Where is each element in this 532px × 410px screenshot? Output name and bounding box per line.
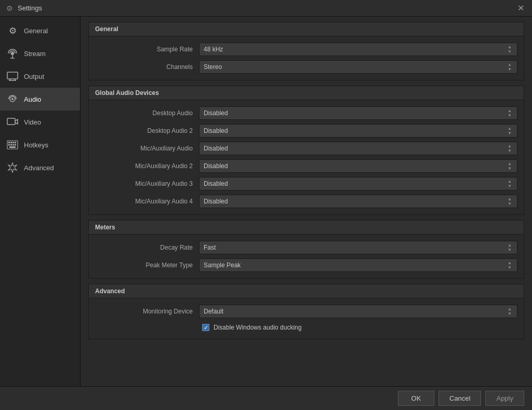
label-monitoring-device: Monitoring Device bbox=[95, 308, 199, 315]
output-icon bbox=[6, 70, 19, 83]
value-mic-aux-3: Disabled bbox=[204, 180, 508, 187]
checkbox-audio-ducking[interactable] bbox=[202, 324, 209, 331]
sidebar-label-stream: Stream bbox=[24, 50, 46, 58]
sidebar-item-advanced[interactable]: Advanced bbox=[0, 156, 80, 179]
checkbox-row-audio-ducking: Disable Windows audio ducking bbox=[89, 320, 524, 335]
content-area: General Sample Rate 48 kHz ▲ ▼ Channels bbox=[81, 17, 532, 410]
value-sample-rate: 48 kHz bbox=[204, 46, 508, 53]
form-row-mic-aux-2: Mic/Auxiliary Audio 2 Disabled ▲ ▼ bbox=[89, 157, 524, 175]
sidebar-label-advanced: Advanced bbox=[24, 164, 54, 172]
value-peak-meter-type: Sample Peak bbox=[204, 262, 508, 269]
section-meters-body: Decay Rate Fast ▲ ▼ Peak Meter Type Samp… bbox=[89, 235, 524, 278]
label-mic-aux-4: Mic/Auxiliary Audio 4 bbox=[95, 198, 199, 205]
control-mic-aux-4[interactable]: Disabled ▲ ▼ bbox=[199, 195, 517, 208]
spinner-sample-rate[interactable]: ▲ ▼ bbox=[508, 43, 513, 56]
spinner-desktop-audio[interactable]: ▲ ▼ bbox=[508, 107, 513, 119]
arrow-down-channels[interactable]: ▼ bbox=[508, 67, 512, 72]
label-desktop-audio-2: Desktop Audio 2 bbox=[95, 127, 199, 134]
checkbox-label-audio-ducking: Disable Windows audio ducking bbox=[214, 324, 301, 331]
arrow-down-sample-rate[interactable]: ▼ bbox=[508, 50, 512, 54]
label-decay-rate: Decay Rate bbox=[95, 244, 199, 251]
value-channels: Stereo bbox=[204, 63, 508, 71]
section-general-body: Sample Rate 48 kHz ▲ ▼ Channels Stereo bbox=[89, 36, 524, 80]
control-peak-meter-type[interactable]: Sample Peak ▲ ▼ bbox=[199, 258, 517, 272]
section-advanced-header: Advanced bbox=[89, 284, 524, 298]
section-meters-header: Meters bbox=[89, 221, 524, 235]
svg-point-0 bbox=[11, 52, 14, 55]
control-decay-rate[interactable]: Fast ▲ ▼ bbox=[199, 241, 517, 254]
cancel-button[interactable]: Cancel bbox=[438, 391, 481, 406]
label-desktop-audio: Desktop Audio bbox=[95, 110, 199, 117]
ok-button[interactable]: OK bbox=[398, 391, 434, 406]
sidebar-label-hotkeys: Hotkeys bbox=[24, 141, 48, 149]
value-mic-aux-4: Disabled bbox=[204, 198, 508, 205]
stream-icon bbox=[6, 47, 19, 60]
section-global-audio: Global Audio Devices Desktop Audio Disab… bbox=[88, 86, 524, 215]
value-desktop-audio: Disabled bbox=[204, 110, 508, 117]
bottom-bar: OK Cancel Apply bbox=[0, 386, 532, 410]
svg-rect-3 bbox=[7, 72, 18, 79]
arrow-up-channels[interactable]: ▲ bbox=[508, 63, 512, 67]
svg-rect-17 bbox=[12, 144, 14, 146]
control-desktop-audio[interactable]: Disabled ▲ ▼ bbox=[199, 106, 517, 120]
gear-icon: ⚙ bbox=[6, 24, 19, 37]
svg-rect-15 bbox=[8, 144, 10, 146]
main-layout: ⚙ General Stream bbox=[0, 17, 532, 410]
form-row-desktop-audio-2: Desktop Audio 2 Disabled ▲ ▼ bbox=[89, 122, 524, 140]
sidebar-item-general[interactable]: ⚙ General bbox=[0, 19, 80, 42]
svg-rect-11 bbox=[8, 142, 10, 143]
control-monitoring-device[interactable]: Default ▲ ▼ bbox=[199, 305, 517, 318]
form-row-monitoring-device: Monitoring Device Default ▲ ▼ bbox=[89, 303, 524, 320]
app-icon: ⚙ bbox=[5, 4, 14, 12]
window-title: Settings bbox=[18, 4, 514, 12]
control-mic-aux-3[interactable]: Disabled ▲ ▼ bbox=[199, 177, 517, 190]
value-mic-aux: Disabled bbox=[204, 145, 508, 152]
form-row-mic-aux-4: Mic/Auxiliary Audio 4 Disabled ▲ ▼ bbox=[89, 193, 524, 210]
control-sample-rate[interactable]: 48 kHz ▲ ▼ bbox=[199, 43, 517, 56]
svg-rect-19 bbox=[9, 146, 16, 148]
svg-rect-13 bbox=[12, 142, 14, 143]
hotkeys-icon bbox=[6, 139, 19, 151]
close-button[interactable]: ✕ bbox=[514, 2, 527, 15]
sidebar-label-video: Video bbox=[24, 118, 41, 126]
spinner-channels[interactable]: ▲ ▼ bbox=[508, 61, 513, 73]
sidebar-item-stream[interactable]: Stream bbox=[0, 42, 80, 65]
sidebar-label-output: Output bbox=[24, 73, 44, 80]
sidebar-item-video[interactable]: Video bbox=[0, 111, 80, 133]
form-row-channels: Channels Stereo ▲ ▼ bbox=[89, 58, 524, 76]
value-mic-aux-2: Disabled bbox=[204, 162, 508, 170]
sidebar-item-audio[interactable]: Audio bbox=[0, 88, 80, 111]
svg-rect-18 bbox=[15, 144, 16, 146]
form-row-mic-aux-3: Mic/Auxiliary Audio 3 Disabled ▲ ▼ bbox=[89, 175, 524, 193]
label-mic-aux: Mic/Auxiliary Audio bbox=[95, 145, 199, 152]
section-global-audio-header: Global Audio Devices bbox=[89, 86, 524, 100]
control-channels[interactable]: Stereo ▲ ▼ bbox=[199, 60, 517, 74]
advanced-icon bbox=[6, 161, 19, 174]
svg-point-8 bbox=[11, 98, 14, 100]
label-channels: Channels bbox=[95, 63, 199, 71]
section-general-header: General bbox=[89, 22, 524, 36]
section-meters: Meters Decay Rate Fast ▲ ▼ Peak Meter Ty… bbox=[88, 220, 524, 279]
sidebar-label-audio: Audio bbox=[24, 95, 41, 103]
form-row-desktop-audio: Desktop Audio Disabled ▲ ▼ bbox=[89, 104, 524, 122]
value-monitoring-device: Default bbox=[204, 308, 508, 315]
video-icon bbox=[6, 116, 19, 128]
svg-rect-14 bbox=[15, 142, 16, 143]
value-desktop-audio-2: Disabled bbox=[204, 127, 508, 134]
section-global-audio-body: Desktop Audio Disabled ▲ ▼ Desktop Audio… bbox=[89, 100, 524, 214]
sidebar-label-general: General bbox=[24, 27, 48, 35]
control-desktop-audio-2[interactable]: Disabled ▲ ▼ bbox=[199, 124, 517, 138]
sidebar-item-hotkeys[interactable]: Hotkeys bbox=[0, 133, 80, 156]
apply-button[interactable]: Apply bbox=[485, 391, 524, 406]
audio-icon bbox=[6, 93, 19, 105]
section-advanced: Advanced Monitoring Device Default ▲ ▼ D… bbox=[88, 284, 524, 339]
label-peak-meter-type: Peak Meter Type bbox=[95, 262, 199, 269]
sidebar: ⚙ General Stream bbox=[0, 17, 81, 410]
arrow-up-sample-rate[interactable]: ▲ bbox=[508, 45, 512, 49]
control-mic-aux-2[interactable]: Disabled ▲ ▼ bbox=[199, 159, 517, 173]
control-mic-aux[interactable]: Disabled ▲ ▼ bbox=[199, 142, 517, 155]
form-row-peak-meter-type: Peak Meter Type Sample Peak ▲ ▼ bbox=[89, 256, 524, 274]
svg-rect-12 bbox=[10, 142, 12, 143]
sidebar-item-output[interactable]: Output bbox=[0, 65, 80, 88]
label-mic-aux-3: Mic/Auxiliary Audio 3 bbox=[95, 180, 199, 187]
